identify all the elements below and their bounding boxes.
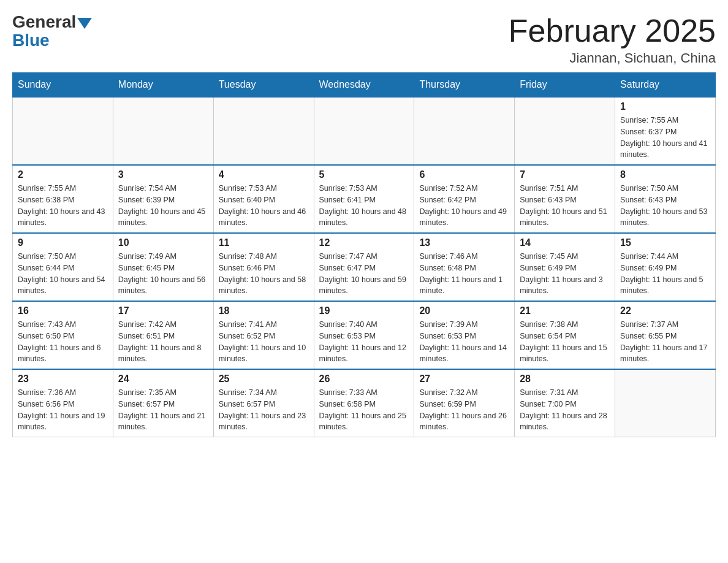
calendar-cell: 21Sunrise: 7:38 AMSunset: 6:54 PMDayligh… xyxy=(515,301,615,369)
day-info: Sunrise: 7:39 AMSunset: 6:53 PMDaylight:… xyxy=(419,319,509,365)
calendar-cell xyxy=(414,97,515,165)
day-number: 25 xyxy=(219,373,309,385)
calendar-subtitle: Jiannan, Sichuan, China xyxy=(509,50,716,66)
calendar-cell: 15Sunrise: 7:44 AMSunset: 6:49 PMDayligh… xyxy=(615,233,716,301)
day-number: 24 xyxy=(118,373,208,385)
day-number: 27 xyxy=(419,373,509,385)
day-info: Sunrise: 7:53 AMSunset: 6:40 PMDaylight:… xyxy=(219,183,309,229)
calendar-cell: 1Sunrise: 7:55 AMSunset: 6:37 PMDaylight… xyxy=(615,97,716,165)
day-info: Sunrise: 7:54 AMSunset: 6:39 PMDaylight:… xyxy=(118,183,208,229)
day-info: Sunrise: 7:43 AMSunset: 6:50 PMDaylight:… xyxy=(18,319,108,365)
header-wednesday: Wednesday xyxy=(314,73,414,98)
day-info: Sunrise: 7:37 AMSunset: 6:55 PMDaylight:… xyxy=(620,319,710,365)
day-number: 7 xyxy=(520,169,610,180)
calendar-cell: 28Sunrise: 7:31 AMSunset: 7:00 PMDayligh… xyxy=(515,369,615,437)
calendar-cell xyxy=(113,97,213,165)
calendar-cell xyxy=(314,97,414,165)
day-info: Sunrise: 7:35 AMSunset: 6:57 PMDaylight:… xyxy=(118,387,208,433)
header-tuesday: Tuesday xyxy=(213,73,314,98)
calendar-table: SundayMondayTuesdayWednesdayThursdayFrid… xyxy=(12,72,716,437)
calendar-cell: 6Sunrise: 7:52 AMSunset: 6:42 PMDaylight… xyxy=(414,165,515,233)
day-number: 26 xyxy=(319,373,409,385)
page-header: General Blue February 2025 Jiannan, Sich… xyxy=(12,12,716,66)
day-number: 17 xyxy=(118,305,208,316)
calendar-cell: 16Sunrise: 7:43 AMSunset: 6:50 PMDayligh… xyxy=(13,301,113,369)
day-number: 16 xyxy=(18,305,108,316)
header-thursday: Thursday xyxy=(414,73,515,98)
day-number: 11 xyxy=(219,237,309,248)
calendar-title: February 2025 xyxy=(509,12,716,49)
day-number: 20 xyxy=(419,305,509,316)
calendar-cell: 7Sunrise: 7:51 AMSunset: 6:43 PMDaylight… xyxy=(515,165,615,233)
day-number: 5 xyxy=(319,169,409,180)
calendar-cell: 23Sunrise: 7:36 AMSunset: 6:56 PMDayligh… xyxy=(13,369,113,437)
calendar-cell: 9Sunrise: 7:50 AMSunset: 6:44 PMDaylight… xyxy=(13,233,113,301)
calendar-cell: 5Sunrise: 7:53 AMSunset: 6:41 PMDaylight… xyxy=(314,165,414,233)
calendar-cell: 19Sunrise: 7:40 AMSunset: 6:53 PMDayligh… xyxy=(314,301,414,369)
calendar-week-row: 23Sunrise: 7:36 AMSunset: 6:56 PMDayligh… xyxy=(13,369,716,437)
day-number: 23 xyxy=(18,373,108,385)
day-number: 13 xyxy=(419,237,509,248)
logo-blue-text: Blue xyxy=(12,31,50,50)
day-number: 6 xyxy=(419,169,509,180)
calendar-week-row: 16Sunrise: 7:43 AMSunset: 6:50 PMDayligh… xyxy=(13,301,716,369)
day-info: Sunrise: 7:55 AMSunset: 6:37 PMDaylight:… xyxy=(620,115,710,161)
header-sunday: Sunday xyxy=(13,73,113,98)
calendar-cell: 11Sunrise: 7:48 AMSunset: 6:46 PMDayligh… xyxy=(213,233,314,301)
calendar-cell: 26Sunrise: 7:33 AMSunset: 6:58 PMDayligh… xyxy=(314,369,414,437)
day-info: Sunrise: 7:31 AMSunset: 7:00 PMDaylight:… xyxy=(520,387,610,433)
calendar-cell: 25Sunrise: 7:34 AMSunset: 6:57 PMDayligh… xyxy=(213,369,314,437)
calendar-cell: 24Sunrise: 7:35 AMSunset: 6:57 PMDayligh… xyxy=(113,369,213,437)
day-info: Sunrise: 7:48 AMSunset: 6:46 PMDaylight:… xyxy=(219,251,309,297)
calendar-cell xyxy=(13,97,113,165)
logo-arrow-icon xyxy=(77,18,92,29)
day-info: Sunrise: 7:34 AMSunset: 6:57 PMDaylight:… xyxy=(219,387,309,433)
calendar-cell: 13Sunrise: 7:46 AMSunset: 6:48 PMDayligh… xyxy=(414,233,515,301)
day-number: 10 xyxy=(118,237,208,248)
day-number: 9 xyxy=(18,237,108,248)
day-number: 22 xyxy=(620,305,710,316)
day-info: Sunrise: 7:50 AMSunset: 6:43 PMDaylight:… xyxy=(620,183,710,229)
calendar-cell: 3Sunrise: 7:54 AMSunset: 6:39 PMDaylight… xyxy=(113,165,213,233)
day-number: 2 xyxy=(18,169,108,180)
calendar-cell xyxy=(615,369,716,437)
logo-general-text: General xyxy=(12,12,76,32)
day-info: Sunrise: 7:55 AMSunset: 6:38 PMDaylight:… xyxy=(18,183,108,229)
day-info: Sunrise: 7:53 AMSunset: 6:41 PMDaylight:… xyxy=(319,183,409,229)
calendar-week-row: 9Sunrise: 7:50 AMSunset: 6:44 PMDaylight… xyxy=(13,233,716,301)
day-number: 1 xyxy=(620,101,710,112)
day-info: Sunrise: 7:45 AMSunset: 6:49 PMDaylight:… xyxy=(520,251,610,297)
day-info: Sunrise: 7:47 AMSunset: 6:47 PMDaylight:… xyxy=(319,251,409,297)
day-number: 3 xyxy=(118,169,208,180)
day-info: Sunrise: 7:46 AMSunset: 6:48 PMDaylight:… xyxy=(419,251,509,297)
calendar-cell: 27Sunrise: 7:32 AMSunset: 6:59 PMDayligh… xyxy=(414,369,515,437)
day-info: Sunrise: 7:36 AMSunset: 6:56 PMDaylight:… xyxy=(18,387,108,433)
calendar-cell: 8Sunrise: 7:50 AMSunset: 6:43 PMDaylight… xyxy=(615,165,716,233)
calendar-cell: 17Sunrise: 7:42 AMSunset: 6:51 PMDayligh… xyxy=(113,301,213,369)
day-number: 19 xyxy=(319,305,409,316)
header-saturday: Saturday xyxy=(615,73,716,98)
calendar-cell xyxy=(213,97,314,165)
day-number: 12 xyxy=(319,237,409,248)
calendar-cell: 4Sunrise: 7:53 AMSunset: 6:40 PMDaylight… xyxy=(213,165,314,233)
day-info: Sunrise: 7:49 AMSunset: 6:45 PMDaylight:… xyxy=(118,251,208,297)
calendar-cell: 20Sunrise: 7:39 AMSunset: 6:53 PMDayligh… xyxy=(414,301,515,369)
header-friday: Friday xyxy=(515,73,615,98)
day-info: Sunrise: 7:41 AMSunset: 6:52 PMDaylight:… xyxy=(219,319,309,365)
calendar-week-row: 2Sunrise: 7:55 AMSunset: 6:38 PMDaylight… xyxy=(13,165,716,233)
day-info: Sunrise: 7:42 AMSunset: 6:51 PMDaylight:… xyxy=(118,319,208,365)
day-number: 15 xyxy=(620,237,710,248)
day-info: Sunrise: 7:32 AMSunset: 6:59 PMDaylight:… xyxy=(419,387,509,433)
day-number: 4 xyxy=(219,169,309,180)
calendar-cell: 22Sunrise: 7:37 AMSunset: 6:55 PMDayligh… xyxy=(615,301,716,369)
day-info: Sunrise: 7:38 AMSunset: 6:54 PMDaylight:… xyxy=(520,319,610,365)
day-info: Sunrise: 7:44 AMSunset: 6:49 PMDaylight:… xyxy=(620,251,710,297)
day-info: Sunrise: 7:50 AMSunset: 6:44 PMDaylight:… xyxy=(18,251,108,297)
calendar-cell: 12Sunrise: 7:47 AMSunset: 6:47 PMDayligh… xyxy=(314,233,414,301)
calendar-cell: 10Sunrise: 7:49 AMSunset: 6:45 PMDayligh… xyxy=(113,233,213,301)
day-number: 14 xyxy=(520,237,610,248)
calendar-cell: 14Sunrise: 7:45 AMSunset: 6:49 PMDayligh… xyxy=(515,233,615,301)
calendar-cell: 2Sunrise: 7:55 AMSunset: 6:38 PMDaylight… xyxy=(13,165,113,233)
header-monday: Monday xyxy=(113,73,213,98)
day-info: Sunrise: 7:52 AMSunset: 6:42 PMDaylight:… xyxy=(419,183,509,229)
